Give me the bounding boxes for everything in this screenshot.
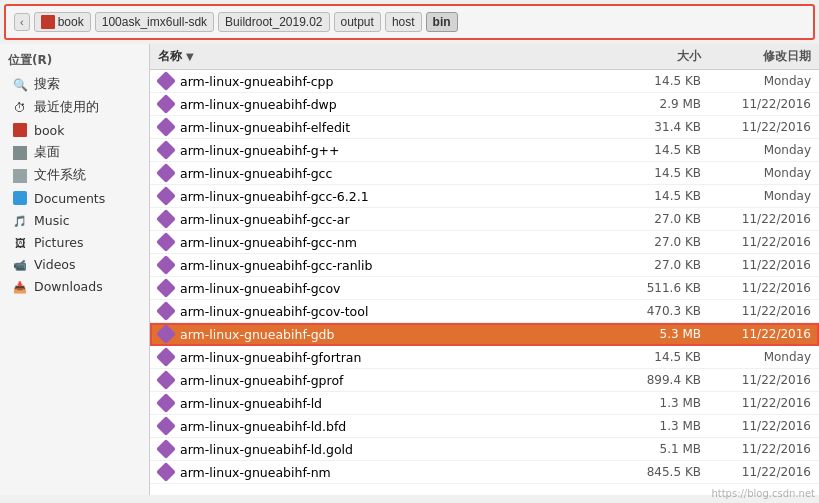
file-size: 470.3 KB bbox=[611, 304, 701, 318]
file-name-cell: arm-linux-gnueabihf-g++ bbox=[158, 142, 611, 158]
breadcrumb-bar: ‹ book 100ask_imx6ull-sdk Buildroot_2019… bbox=[4, 4, 815, 40]
table-row[interactable]: arm-linux-gnueabihf-g++14.5 KBMonday bbox=[150, 139, 819, 162]
sidebar-item-videos[interactable]: Videos bbox=[0, 253, 149, 275]
file-date: 11/22/2016 bbox=[701, 419, 811, 433]
table-row[interactable]: arm-linux-gnueabihf-gcc14.5 KBMonday bbox=[150, 162, 819, 185]
sidebar-section-header: 位置(R) bbox=[0, 48, 149, 73]
sidebar-item-desktop[interactable]: 桌面 bbox=[0, 141, 149, 164]
table-row[interactable]: arm-linux-gnueabihf-ld.gold5.1 MB11/22/2… bbox=[150, 438, 819, 461]
file-name-cell: arm-linux-gnueabihf-gcc-6.2.1 bbox=[158, 188, 611, 204]
breadcrumb-buildroot[interactable]: Buildroot_2019.02 bbox=[218, 12, 329, 32]
file-exec-icon bbox=[158, 119, 174, 135]
table-row[interactable]: arm-linux-gnueabihf-gdb5.3 MB11/22/2016 bbox=[150, 323, 819, 346]
sidebar-item-book[interactable]: book bbox=[0, 119, 149, 141]
file-date: 11/22/2016 bbox=[701, 304, 811, 318]
table-row[interactable]: arm-linux-gnueabihf-gcc-ranlib27.0 KB11/… bbox=[150, 254, 819, 277]
file-size: 5.3 MB bbox=[611, 327, 701, 341]
file-name-cell: arm-linux-gnueabihf-elfedit bbox=[158, 119, 611, 135]
file-exec-icon bbox=[158, 280, 174, 296]
header-date[interactable]: 修改日期 bbox=[701, 48, 811, 65]
breadcrumb-book[interactable]: book bbox=[34, 12, 91, 32]
file-size: 1.3 MB bbox=[611, 419, 701, 433]
sidebar-item-documents[interactable]: Documents bbox=[0, 187, 149, 209]
file-name: arm-linux-gnueabihf-ld.gold bbox=[180, 442, 353, 457]
downloads-icon bbox=[12, 278, 28, 294]
file-size: 14.5 KB bbox=[611, 166, 701, 180]
file-name-cell: arm-linux-gnueabihf-gcov bbox=[158, 280, 611, 296]
file-name-cell: arm-linux-gnueabihf-gcc-ar bbox=[158, 211, 611, 227]
file-name: arm-linux-gnueabihf-gcc-nm bbox=[180, 235, 357, 250]
file-name: arm-linux-gnueabihf-gcc-ranlib bbox=[180, 258, 372, 273]
table-row[interactable]: arm-linux-gnueabihf-gcc-6.2.114.5 KBMond… bbox=[150, 185, 819, 208]
file-name: arm-linux-gnueabihf-gprof bbox=[180, 373, 343, 388]
file-exec-icon bbox=[158, 165, 174, 181]
file-size: 5.1 MB bbox=[611, 442, 701, 456]
file-exec-icon bbox=[158, 441, 174, 457]
file-name: arm-linux-gnueabihf-gcc bbox=[180, 166, 332, 181]
file-size: 14.5 KB bbox=[611, 350, 701, 364]
file-name-cell: arm-linux-gnueabihf-gcc bbox=[158, 165, 611, 181]
breadcrumb-output[interactable]: output bbox=[334, 12, 381, 32]
file-name: arm-linux-gnueabihf-cpp bbox=[180, 74, 333, 89]
table-row[interactable]: arm-linux-gnueabihf-gcov-tool470.3 KB11/… bbox=[150, 300, 819, 323]
breadcrumb-bin[interactable]: bin bbox=[426, 12, 458, 32]
file-area: 名称 ▼ 大小 修改日期 arm-linux-gnueabihf-cpp14.5… bbox=[150, 44, 819, 495]
table-row[interactable]: arm-linux-gnueabihf-gcc-ar27.0 KB11/22/2… bbox=[150, 208, 819, 231]
sidebar-item-music[interactable]: Music bbox=[0, 209, 149, 231]
file-date: 11/22/2016 bbox=[701, 442, 811, 456]
file-name: arm-linux-gnueabihf-gfortran bbox=[180, 350, 361, 365]
sidebar-item-search[interactable]: 搜索 bbox=[0, 73, 149, 96]
file-exec-icon bbox=[158, 303, 174, 319]
file-exec-icon bbox=[158, 211, 174, 227]
file-name: arm-linux-gnueabihf-ld bbox=[180, 396, 322, 411]
file-name: arm-linux-gnueabihf-ld.bfd bbox=[180, 419, 346, 434]
documents-icon bbox=[12, 190, 28, 206]
table-row[interactable]: arm-linux-gnueabihf-ld1.3 MB11/22/2016 bbox=[150, 392, 819, 415]
file-date: 11/22/2016 bbox=[701, 212, 811, 226]
sidebar-item-filesystem[interactable]: 文件系统 bbox=[0, 164, 149, 187]
breadcrumb-100ask[interactable]: 100ask_imx6ull-sdk bbox=[95, 12, 214, 32]
nav-back-button[interactable]: ‹ bbox=[14, 13, 30, 31]
table-row[interactable]: arm-linux-gnueabihf-gprof899.4 KB11/22/2… bbox=[150, 369, 819, 392]
file-size: 511.6 KB bbox=[611, 281, 701, 295]
file-name: arm-linux-gnueabihf-g++ bbox=[180, 143, 340, 158]
sidebar-item-downloads[interactable]: Downloads bbox=[0, 275, 149, 297]
file-date: Monday bbox=[701, 189, 811, 203]
sidebar-item-recent[interactable]: 最近使用的 bbox=[0, 96, 149, 119]
file-exec-icon bbox=[158, 349, 174, 365]
search-icon bbox=[12, 77, 28, 93]
file-date: 11/22/2016 bbox=[701, 396, 811, 410]
file-name-cell: arm-linux-gnueabihf-nm bbox=[158, 464, 611, 480]
table-row[interactable]: arm-linux-gnueabihf-gcc-nm27.0 KB11/22/2… bbox=[150, 231, 819, 254]
file-exec-icon bbox=[158, 395, 174, 411]
file-size: 899.4 KB bbox=[611, 373, 701, 387]
file-name-cell: arm-linux-gnueabihf-gprof bbox=[158, 372, 611, 388]
file-name-cell: arm-linux-gnueabihf-cpp bbox=[158, 73, 611, 89]
videos-icon bbox=[12, 256, 28, 272]
file-exec-icon bbox=[158, 257, 174, 273]
file-name-cell: arm-linux-gnueabihf-ld.gold bbox=[158, 441, 611, 457]
filesystem-icon bbox=[12, 168, 28, 184]
table-row[interactable]: arm-linux-gnueabihf-nm845.5 KB11/22/2016 bbox=[150, 461, 819, 484]
table-row[interactable]: arm-linux-gnueabihf-gfortran14.5 KBMonda… bbox=[150, 346, 819, 369]
book-folder-icon bbox=[12, 122, 28, 138]
file-date: Monday bbox=[701, 143, 811, 157]
breadcrumb-host[interactable]: host bbox=[385, 12, 422, 32]
file-exec-icon bbox=[158, 142, 174, 158]
table-row[interactable]: arm-linux-gnueabihf-cpp14.5 KBMonday bbox=[150, 70, 819, 93]
file-date: 11/22/2016 bbox=[701, 258, 811, 272]
table-row[interactable]: arm-linux-gnueabihf-ld.bfd1.3 MB11/22/20… bbox=[150, 415, 819, 438]
file-date: Monday bbox=[701, 166, 811, 180]
header-size[interactable]: 大小 bbox=[611, 48, 701, 65]
pictures-icon bbox=[12, 234, 28, 250]
file-exec-icon bbox=[158, 418, 174, 434]
file-size: 27.0 KB bbox=[611, 258, 701, 272]
file-name: arm-linux-gnueabihf-gcov bbox=[180, 281, 341, 296]
table-row[interactable]: arm-linux-gnueabihf-dwp2.9 MB11/22/2016 bbox=[150, 93, 819, 116]
sidebar-item-pictures[interactable]: Pictures bbox=[0, 231, 149, 253]
header-name[interactable]: 名称 ▼ bbox=[158, 48, 611, 65]
file-name-cell: arm-linux-gnueabihf-dwp bbox=[158, 96, 611, 112]
table-row[interactable]: arm-linux-gnueabihf-elfedit31.4 KB11/22/… bbox=[150, 116, 819, 139]
file-name-cell: arm-linux-gnueabihf-gfortran bbox=[158, 349, 611, 365]
table-row[interactable]: arm-linux-gnueabihf-gcov511.6 KB11/22/20… bbox=[150, 277, 819, 300]
